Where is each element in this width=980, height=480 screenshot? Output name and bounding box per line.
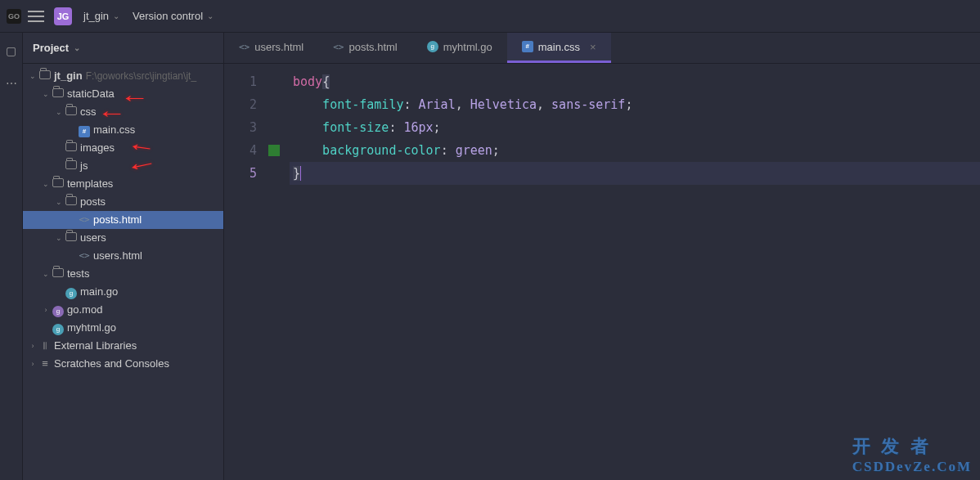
tree-file-main-css[interactable]: # main.css [23, 121, 223, 139]
title-bar: GO JG jt_gin ⌄ Version control ⌄ [0, 0, 980, 33]
more-icon[interactable]: ⋯ [3, 75, 20, 92]
tree-folder-posts[interactable]: ⌄ posts [23, 193, 223, 211]
project-name-label: jt_gin [83, 10, 109, 22]
folder-icon [52, 268, 64, 277]
tree-folder-images[interactable]: images [23, 139, 223, 157]
project-badge: JG [54, 7, 72, 25]
html-file-icon: <> [333, 42, 344, 52]
hamburger-icon[interactable] [28, 11, 44, 22]
editor-area: <> users.html <> posts.html g myhtml.go … [224, 33, 980, 480]
root-path: F:\goworks\src\jingtian\jt_ [83, 68, 196, 84]
left-tool-rail: ▢ ⋯ [0, 33, 23, 480]
project-tree: ⌄ jt_gin F:\goworks\src\jingtian\jt_ ⌄ s… [23, 64, 223, 376]
tree-folder-css[interactable]: ⌄ css [23, 103, 223, 121]
html-file-icon: <> [77, 212, 92, 228]
folder-icon [65, 142, 77, 151]
chevron-down-icon: ⌄ [113, 11, 119, 20]
project-tool-header[interactable]: Project ⌄ [23, 33, 223, 64]
marker-gutter [265, 64, 285, 480]
tree-file-go-mod[interactable]: › g go.mod [23, 301, 223, 319]
go-mod-icon: g [52, 306, 64, 317]
project-selector[interactable]: jt_gin ⌄ [77, 7, 126, 25]
go-file-icon: g [427, 41, 438, 52]
tree-folder-users[interactable]: ⌄ users [23, 229, 223, 247]
tree-scratches[interactable]: ›≡ Scratches and Consoles [23, 355, 223, 373]
html-file-icon: <> [77, 248, 92, 264]
editor-tabs: <> users.html <> posts.html g myhtml.go … [224, 33, 980, 64]
folder-icon [52, 88, 64, 97]
tree-root[interactable]: ⌄ jt_gin F:\goworks\src\jingtian\jt_ [23, 67, 223, 85]
chevron-down-icon: ⌄ [74, 43, 80, 52]
code-content[interactable]: body{ font-family: Arial, Helvetica, san… [285, 64, 980, 480]
color-swatch-icon[interactable] [268, 145, 280, 156]
close-icon[interactable]: × [590, 41, 596, 53]
tree-file-myhtml-go[interactable]: g myhtml.go [23, 319, 223, 337]
root-name: jt_gin [52, 68, 83, 84]
tab-users-html[interactable]: <> users.html [224, 33, 318, 63]
line-gutter: 1 2 3 4 5 [224, 64, 265, 480]
tab-posts-html[interactable]: <> posts.html [318, 33, 412, 63]
folder-icon [65, 106, 77, 115]
app-icon: GO [7, 9, 21, 24]
tree-file-posts-html[interactable]: <> posts.html [23, 211, 223, 229]
tree-folder-tests[interactable]: ⌄ tests [23, 265, 223, 283]
tab-label: users.html [254, 41, 303, 53]
chevron-down-icon: ⌄ [207, 11, 214, 20]
tab-label: posts.html [348, 41, 397, 53]
code-editor[interactable]: 1 2 3 4 5 body{ font-family: Arial, Helv… [224, 64, 980, 480]
tree-folder-templates[interactable]: ⌄ templates [23, 175, 223, 193]
tab-main-css[interactable]: # main.css × [507, 33, 611, 63]
folder-icon[interactable]: ▢ [3, 43, 20, 59]
library-icon: ⫴ [38, 338, 52, 354]
scratches-icon: ≡ [38, 356, 52, 372]
main-layout: ▢ ⋯ Project ⌄ ⌄ jt_gin F:\goworks\src\ji… [0, 33, 980, 480]
watermark: 开 发 者 CSDDevZe.CoM [852, 434, 972, 475]
tree-folder-js[interactable]: js [23, 157, 223, 175]
folder-icon [39, 70, 51, 79]
go-file-icon: g [65, 288, 77, 299]
project-sidebar: Project ⌄ ⌄ jt_gin F:\goworks\src\jingti… [23, 33, 224, 480]
tab-label: main.css [538, 41, 580, 53]
tab-label: myhtml.go [443, 41, 492, 53]
folder-icon [52, 178, 64, 187]
css-file-icon: # [79, 126, 90, 137]
folder-icon [65, 160, 77, 169]
chevron-down-icon: ⌄ [28, 68, 38, 84]
folder-icon [65, 232, 77, 241]
html-file-icon: <> [239, 42, 249, 52]
tree-folder-staticdata[interactable]: ⌄ staticData [23, 85, 223, 103]
sidebar-title: Project [33, 42, 69, 54]
folder-icon [65, 196, 77, 205]
tab-myhtml-go[interactable]: g myhtml.go [412, 33, 507, 63]
tree-file-main-go[interactable]: g main.go [23, 283, 223, 301]
vc-label: Version control [133, 10, 203, 22]
tree-file-users-html[interactable]: <> users.html [23, 247, 223, 265]
tree-external-libraries[interactable]: ›⫴ External Libraries [23, 337, 223, 355]
go-file-icon: g [52, 324, 64, 335]
version-control-selector[interactable]: Version control ⌄ [126, 7, 220, 25]
css-file-icon: # [522, 41, 533, 52]
